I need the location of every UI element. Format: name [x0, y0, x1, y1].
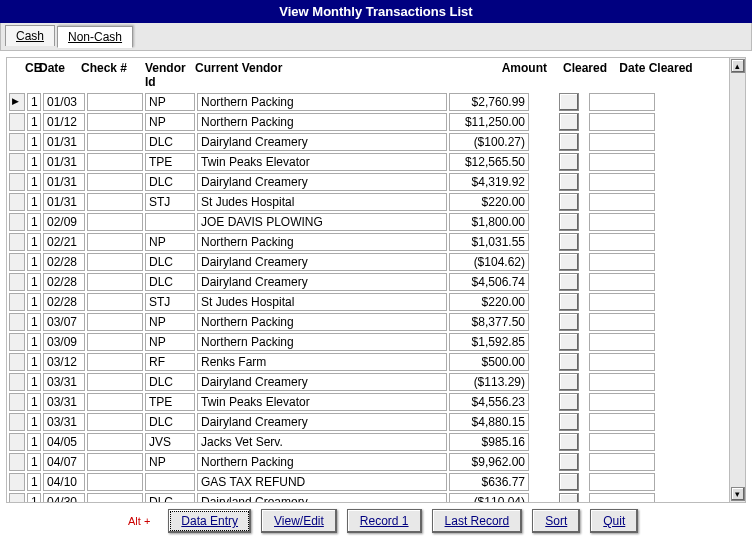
cell-cb[interactable]: 1 [27, 213, 41, 231]
cell-vendor-id[interactable]: NP [145, 313, 195, 331]
table-row[interactable]: 102/09JOE DAVIS PLOWING$1,800.00 [7, 212, 729, 232]
row-selector[interactable] [9, 293, 25, 311]
cell-vendor[interactable]: Renks Farm [197, 353, 447, 371]
cell-vendor[interactable]: Twin Peaks Elevator [197, 393, 447, 411]
cell-cb[interactable]: 1 [27, 433, 41, 451]
cell-vendor-id[interactable] [145, 213, 195, 231]
cell-date[interactable]: 01/12 [43, 113, 85, 131]
cell-date-cleared[interactable] [589, 453, 655, 471]
cell-date[interactable]: 03/31 [43, 393, 85, 411]
cell-check[interactable] [87, 133, 143, 151]
table-row[interactable]: 102/28DLCDairyland Creamery$4,506.74 [7, 272, 729, 292]
cell-cleared-toggle[interactable] [559, 193, 579, 211]
quit-button[interactable]: Quit [590, 509, 638, 533]
cell-vendor[interactable]: Jacks Vet Serv. [197, 433, 447, 451]
record-1-button[interactable]: Record 1 [347, 509, 422, 533]
row-selector[interactable] [9, 213, 25, 231]
cell-cleared-toggle[interactable] [559, 113, 579, 131]
cell-date[interactable]: 01/31 [43, 153, 85, 171]
cell-date-cleared[interactable] [589, 93, 655, 111]
scroll-down-icon[interactable]: ▾ [731, 487, 745, 501]
cell-amount[interactable]: ($100.27) [449, 133, 529, 151]
cell-cleared-toggle[interactable] [559, 253, 579, 271]
table-row[interactable]: 103/31DLCDairyland Creamery$4,880.15 [7, 412, 729, 432]
cell-date-cleared[interactable] [589, 433, 655, 451]
cell-amount[interactable]: $2,760.99 [449, 93, 529, 111]
cell-cb[interactable]: 1 [27, 173, 41, 191]
cell-date-cleared[interactable] [589, 133, 655, 151]
vertical-scrollbar[interactable]: ▴ ▾ [729, 58, 745, 502]
cell-cb[interactable]: 1 [27, 253, 41, 271]
cell-amount[interactable]: $4,880.15 [449, 413, 529, 431]
cell-vendor-id[interactable]: DLC [145, 373, 195, 391]
cell-amount[interactable]: $220.00 [449, 193, 529, 211]
cell-cb[interactable]: 1 [27, 353, 41, 371]
cell-date[interactable]: 01/31 [43, 133, 85, 151]
cell-amount[interactable]: $1,592.85 [449, 333, 529, 351]
cell-amount[interactable]: ($104.62) [449, 253, 529, 271]
cell-check[interactable] [87, 333, 143, 351]
cell-amount[interactable]: $8,377.50 [449, 313, 529, 331]
cell-cb[interactable]: 1 [27, 453, 41, 471]
cell-cb[interactable]: 1 [27, 153, 41, 171]
cell-date[interactable]: 04/05 [43, 433, 85, 451]
cell-date-cleared[interactable] [589, 233, 655, 251]
cell-amount[interactable]: $1,800.00 [449, 213, 529, 231]
cell-date-cleared[interactable] [589, 413, 655, 431]
cell-check[interactable] [87, 313, 143, 331]
cell-vendor-id[interactable] [145, 473, 195, 491]
table-row[interactable]: 103/07NPNorthern Packing$8,377.50 [7, 312, 729, 332]
cell-date[interactable]: 03/07 [43, 313, 85, 331]
cell-date[interactable]: 03/31 [43, 413, 85, 431]
cell-date-cleared[interactable] [589, 293, 655, 311]
cell-date-cleared[interactable] [589, 253, 655, 271]
cell-vendor[interactable]: Northern Packing [197, 313, 447, 331]
row-selector[interactable] [9, 253, 25, 271]
cell-date-cleared[interactable] [589, 493, 655, 502]
cell-date[interactable]: 04/30 [43, 493, 85, 502]
cell-date-cleared[interactable] [589, 473, 655, 491]
row-selector[interactable] [9, 453, 25, 471]
cell-amount[interactable]: $12,565.50 [449, 153, 529, 171]
cell-date[interactable]: 02/28 [43, 253, 85, 271]
cell-vendor-id[interactable]: DLC [145, 413, 195, 431]
cell-vendor[interactable]: JOE DAVIS PLOWING [197, 213, 447, 231]
cell-vendor[interactable]: Dairyland Creamery [197, 133, 447, 151]
cell-date-cleared[interactable] [589, 273, 655, 291]
cell-check[interactable] [87, 493, 143, 502]
table-row[interactable]: 101/31STJSt Judes Hospital$220.00 [7, 192, 729, 212]
cell-cb[interactable]: 1 [27, 373, 41, 391]
cell-cleared-toggle[interactable] [559, 433, 579, 451]
cell-check[interactable] [87, 213, 143, 231]
cell-check[interactable] [87, 153, 143, 171]
cell-amount[interactable]: ($113.29) [449, 373, 529, 391]
cell-cb[interactable]: 1 [27, 233, 41, 251]
cell-amount[interactable]: $4,319.92 [449, 173, 529, 191]
row-selector[interactable] [9, 393, 25, 411]
cell-amount[interactable]: $220.00 [449, 293, 529, 311]
cell-cleared-toggle[interactable] [559, 93, 579, 111]
cell-cleared-toggle[interactable] [559, 493, 579, 502]
cell-cleared-toggle[interactable] [559, 153, 579, 171]
cell-vendor-id[interactable]: DLC [145, 273, 195, 291]
table-row[interactable]: 101/31TPETwin Peaks Elevator$12,565.50 [7, 152, 729, 172]
table-row[interactable]: 102/28DLCDairyland Creamery($104.62) [7, 252, 729, 272]
row-selector[interactable] [9, 473, 25, 491]
cell-vendor-id[interactable]: DLC [145, 173, 195, 191]
cell-date[interactable]: 03/09 [43, 333, 85, 351]
table-row[interactable]: 104/07NPNorthern Packing$9,962.00 [7, 452, 729, 472]
cell-cb[interactable]: 1 [27, 93, 41, 111]
cell-cleared-toggle[interactable] [559, 233, 579, 251]
sort-button[interactable]: Sort [532, 509, 580, 533]
cell-check[interactable] [87, 93, 143, 111]
cell-vendor[interactable]: Dairyland Creamery [197, 273, 447, 291]
cell-date-cleared[interactable] [589, 213, 655, 231]
cell-vendor-id[interactable]: NP [145, 93, 195, 111]
cell-vendor-id[interactable]: NP [145, 113, 195, 131]
cell-cb[interactable]: 1 [27, 293, 41, 311]
cell-check[interactable] [87, 293, 143, 311]
row-selector[interactable] [9, 233, 25, 251]
cell-date-cleared[interactable] [589, 333, 655, 351]
cell-vendor-id[interactable]: TPE [145, 393, 195, 411]
cell-vendor-id[interactable]: TPE [145, 153, 195, 171]
